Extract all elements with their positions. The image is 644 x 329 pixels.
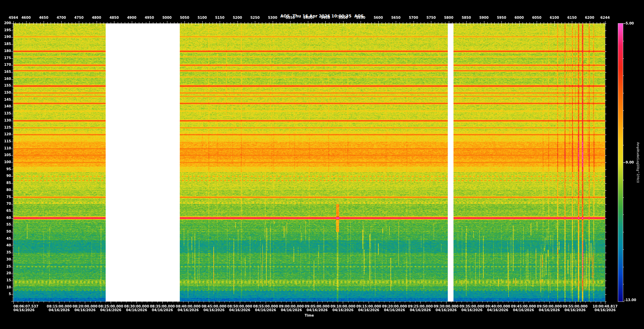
frequency-tick-label: 120	[4, 132, 11, 136]
record-tick-label: 4650	[39, 16, 48, 19]
record-tick-label: 5050	[180, 16, 189, 19]
record-tick-label: 6050	[532, 16, 541, 19]
frequency-tick-label: 185	[4, 42, 11, 46]
record-tick-label: 5500	[338, 16, 348, 19]
frequency-tick-label: 15	[6, 278, 11, 282]
time-tick-date: 04/16/2026	[537, 308, 561, 312]
time-tick-time: 09:40:00.000	[485, 304, 510, 308]
time-tick-label: 10:00:48.81704/16/2026	[593, 304, 618, 312]
record-tick-label: 5650	[391, 16, 400, 19]
time-tick-time: 08:15:00.000	[47, 304, 71, 308]
record-number-axis: 4564460046504700475048004850490049505000…	[0, 16, 644, 20]
record-tick-label: 5250	[250, 16, 260, 19]
record-tick-label: 5000	[162, 16, 172, 19]
time-tick-label: 09:40:00.00004/16/2026	[485, 304, 510, 312]
record-tick-label: 5200	[233, 16, 242, 19]
time-tick-label: 09:05:00.00004/16/2026	[305, 304, 329, 312]
time-tick-date: 04/16/2026	[227, 308, 252, 312]
time-tick-date: 04/16/2026	[485, 308, 510, 312]
time-tick-date: 04/16/2026	[408, 308, 433, 312]
record-tick-label: 5150	[215, 16, 224, 19]
colorbar-tick-max: -5.00	[624, 21, 634, 25]
time-tick-time: 09:45:00.000	[511, 304, 536, 308]
time-tick-label: 09:25:00.00004/16/2026	[408, 304, 433, 312]
frequency-tick-label: 190	[4, 35, 11, 39]
axes-ticks-layer	[0, 0, 644, 329]
time-axis: 08:06:07.53704/16/202608:15:00.00004/16/…	[0, 304, 644, 315]
frequency-tick-label: 200	[4, 21, 11, 25]
frequency-tick-label: 165	[4, 70, 11, 74]
frequency-tick-label: 80	[6, 188, 11, 192]
time-tick-date: 04/16/2026	[511, 308, 536, 312]
time-tick-time: 08:35:00.000	[150, 304, 175, 308]
time-tick-label: 09:15:00.00004/16/2026	[356, 304, 381, 312]
time-tick-time: 09:00:00.000	[279, 304, 304, 308]
time-tick-time: 10:00:48.817	[593, 304, 618, 308]
record-tick-label: 4800	[92, 16, 101, 19]
time-tick-date: 04/16/2026	[176, 308, 201, 312]
record-tick-label: 4700	[57, 16, 66, 19]
time-tick-label: 09:10:00.00004/16/2026	[330, 304, 355, 312]
frequency-tick-label: 170	[4, 63, 11, 66]
time-tick-date: 04/16/2026	[382, 308, 407, 312]
time-tick-label: 08:25:00.00004/16/2026	[98, 304, 123, 312]
time-tick-date: 04/16/2026	[330, 308, 355, 312]
colorbar-tick-min: -13.00	[624, 298, 636, 302]
record-tick-label: 5700	[409, 16, 418, 19]
frequency-tick-label: 35	[6, 250, 11, 254]
frequency-tick-label: 20	[6, 271, 11, 275]
frequency-tick-label: 110	[4, 146, 11, 150]
frequency-tick-label: 125	[4, 126, 11, 129]
frequency-tick-label: 135	[4, 111, 11, 115]
time-tick-label: 08:50:00.00004/16/2026	[227, 304, 252, 312]
aos-spectrogram-window: AOS Thu 16 Apr 2026 10:00:35 AOS CoordSy…	[0, 0, 644, 329]
time-tick-label: 08:55:00.00004/16/2026	[253, 304, 278, 312]
time-tick-date: 04/16/2026	[356, 308, 381, 312]
record-tick-label: 4600	[21, 16, 31, 19]
time-tick-time: 09:50:00.000	[537, 304, 561, 308]
time-tick-date: 04/16/2026	[593, 308, 618, 312]
frequency-tick-label: 40	[6, 243, 11, 247]
time-tick-date: 04/16/2026	[150, 308, 175, 312]
time-tick-label: 09:45:00.00004/16/2026	[511, 304, 536, 312]
time-tick-date: 04/16/2026	[434, 308, 459, 312]
time-tick-date: 04/16/2026	[124, 308, 149, 312]
record-tick-label: 4850	[109, 16, 119, 19]
time-tick-time: 09:30:00.000	[434, 304, 459, 308]
time-tick-time: 09:55:00.000	[562, 304, 587, 308]
frequency-tick-label: 150	[4, 91, 11, 94]
record-tick-label: 5550	[356, 16, 365, 19]
time-tick-time: 09:10:00.000	[330, 304, 355, 308]
frequency-tick-label: 60	[6, 216, 11, 220]
frequency-tick-label: 180	[4, 49, 11, 53]
frequency-tick-label: 95	[6, 167, 11, 171]
record-tick-label: 5450	[321, 16, 330, 19]
frequency-tick-label: 145	[4, 98, 11, 101]
colorbar-axis-label: Amplitude(Log10(g^2/Hz))	[636, 142, 640, 183]
time-tick-label: 09:35:00.00004/16/2026	[460, 304, 484, 312]
record-tick-label: 5300	[268, 16, 277, 19]
record-tick-label: 6244	[600, 16, 610, 19]
time-tick-label: 08:35:00.00004/16/2026	[150, 304, 175, 312]
time-tick-label: 08:45:00.00004/16/2026	[202, 304, 226, 312]
time-tick-date: 04/16/2026	[202, 308, 226, 312]
frequency-tick-label: 75	[6, 195, 11, 199]
time-tick-date: 04/16/2026	[47, 308, 71, 312]
time-tick-time: 09:15:00.000	[356, 304, 381, 308]
frequency-tick-label: 195	[4, 28, 11, 32]
time-tick-date: 04/16/2026	[253, 308, 278, 312]
time-tick-label: 08:20:00.00004/16/2026	[72, 304, 97, 312]
frequency-tick-label: 65	[6, 209, 11, 213]
time-tick-date: 04/16/2026	[72, 308, 97, 312]
frequency-tick-label: 25	[6, 265, 11, 268]
time-tick-time: 09:35:00.000	[460, 304, 484, 308]
frequency-tick-label: 30	[6, 257, 11, 261]
frequency-axis: 2001951901851801751701651601551501451401…	[0, 0, 12, 329]
frequency-tick-label: 115	[4, 139, 11, 143]
time-tick-time: 08:40:00.000	[176, 304, 201, 308]
frequency-tick-label: 130	[4, 119, 11, 122]
record-tick-label: 5900	[479, 16, 489, 19]
record-tick-label: 5750	[426, 16, 436, 19]
time-tick-time: 08:50:00.000	[227, 304, 252, 308]
frequency-tick-label: 90	[6, 174, 11, 178]
